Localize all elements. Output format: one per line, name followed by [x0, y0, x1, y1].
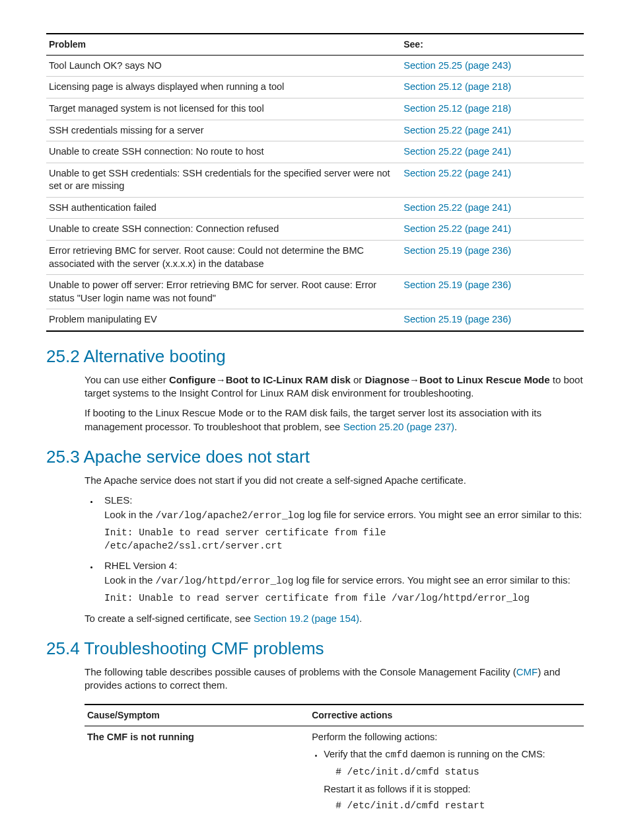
table-row: Tool Launch OK? says NOSection 25.25 (pa…: [46, 55, 584, 77]
col-header-action: Corrective actions: [309, 705, 584, 726]
problem-cell: SSH authentication failed: [46, 197, 401, 219]
section-link[interactable]: Section 25.25 (page 243): [403, 60, 511, 71]
problem-cell: Tool Launch OK? says NO: [46, 55, 401, 77]
section-link[interactable]: Section 25.22 (page 241): [403, 223, 511, 234]
table-row: Error retrieving BMC for server. Root ca…: [46, 240, 584, 274]
table-row: Unable to create SSH connection: Connect…: [46, 219, 584, 241]
cmf-table: Cause/Symptom Corrective actions The CMF…: [85, 704, 584, 820]
sec254-intro: The following table describes possible c…: [85, 666, 584, 693]
problem-see-table: Problem See: Tool Launch OK? says NOSect…: [46, 33, 584, 332]
cmf-action: Perform the following actions: Verify th…: [309, 726, 584, 820]
see-cell: Section 25.19 (page 236): [401, 275, 584, 309]
problem-cell: Unable to power off server: Error retrie…: [46, 275, 401, 309]
see-cell: Section 25.19 (page 236): [401, 309, 584, 331]
table-row: Licensing page is always displayed when …: [46, 77, 584, 98]
see-cell: Section 25.22 (page 241): [401, 120, 584, 141]
section-link[interactable]: Section 25.12 (page 218): [403, 103, 511, 114]
cmd-restart: # /etc/init.d/cmfd restart: [324, 799, 581, 814]
see-cell: Section 25.22 (page 241): [401, 197, 584, 219]
rhel-error-code: Init: Unable to read server certificate …: [104, 592, 584, 605]
see-cell: Section 25.19 (page 236): [401, 240, 584, 274]
table-row: Target managed system is not licensed fo…: [46, 98, 584, 120]
problem-cell: Unable to create SSH connection: Connect…: [46, 219, 401, 241]
sec253-intro: The Apache service does not start if you…: [85, 474, 584, 487]
section-link[interactable]: Section 25.22 (page 241): [403, 146, 511, 157]
link-cmf-glossary[interactable]: CMF: [516, 666, 538, 677]
cmd-status: # /etc/init.d/cmfd status: [324, 765, 581, 780]
problem-cell: SSH credentials missing for a server: [46, 120, 401, 141]
table-row: Unable to power off server: Error retrie…: [46, 275, 584, 309]
see-cell: Section 25.25 (page 243): [401, 55, 584, 77]
see-cell: Section 25.22 (page 241): [401, 141, 584, 163]
bullet-sles: SLES: Look in the /var/log/apache2/error…: [99, 494, 584, 553]
see-cell: Section 25.12 (page 218): [401, 98, 584, 120]
see-cell: Section 25.22 (page 241): [401, 163, 584, 197]
bullet-rhel: RHEL Version 4: Look in the /var/log/htt…: [99, 559, 584, 605]
table-row: Unable to create SSH connection: No rout…: [46, 141, 584, 163]
sec253-outro: To create a self-signed certificate, see…: [85, 612, 584, 625]
problem-cell: Error retrieving BMC for server. Root ca…: [46, 240, 401, 274]
col-header-cause: Cause/Symptom: [85, 705, 309, 726]
problem-cell: Unable to get SSH credentials: SSH crede…: [46, 163, 401, 197]
section-link[interactable]: Section 25.19 (page 236): [403, 245, 511, 256]
cmf-cause: The CMF is not running: [85, 726, 309, 820]
link-section-25-20[interactable]: Section 25.20 (page 237): [343, 421, 454, 432]
link-section-19-2[interactable]: Section 19.2 (page 154): [254, 613, 359, 624]
problem-cell: Target managed system is not licensed fo…: [46, 98, 401, 120]
problem-cell: Problem manipulating EV: [46, 309, 401, 331]
section-link[interactable]: Section 25.12 (page 218): [403, 81, 511, 92]
section-link[interactable]: Section 25.22 (page 241): [403, 202, 511, 213]
sec252-para1: You can use either Configure→Boot to IC-…: [85, 373, 584, 401]
problem-cell: Licensing page is always displayed when …: [46, 77, 401, 98]
see-cell: Section 25.22 (page 241): [401, 219, 584, 241]
sles-error-code: Init: Unable to read server certificate …: [104, 527, 584, 553]
section-link[interactable]: Section 25.19 (page 236): [403, 314, 511, 325]
heading-25-3: 25.3 Apache service does not start: [46, 445, 584, 469]
heading-25-4: 25.4 Troubleshooting CMF problems: [46, 637, 584, 660]
col-header-problem: Problem: [46, 34, 401, 55]
table-row: SSH authentication failedSection 25.22 (…: [46, 197, 584, 219]
section-link[interactable]: Section 25.19 (page 236): [403, 280, 511, 290]
see-cell: Section 25.12 (page 218): [401, 77, 584, 98]
section-link[interactable]: Section 25.22 (page 241): [403, 125, 511, 135]
table-row: The CMF is not running Perform the follo…: [85, 726, 584, 820]
col-header-see: See:: [401, 34, 584, 55]
table-row: Unable to get SSH credentials: SSH crede…: [46, 163, 584, 197]
heading-25-2: 25.2 Alternative booting: [46, 345, 584, 368]
table-row: SSH credentials missing for a serverSect…: [46, 120, 584, 141]
section-link[interactable]: Section 25.22 (page 241): [403, 168, 511, 178]
sec252-para2: If booting to the Linux Rescue Mode or t…: [85, 406, 584, 434]
table-row: Problem manipulating EVSection 25.19 (pa…: [46, 309, 584, 331]
problem-cell: Unable to create SSH connection: No rout…: [46, 141, 401, 163]
